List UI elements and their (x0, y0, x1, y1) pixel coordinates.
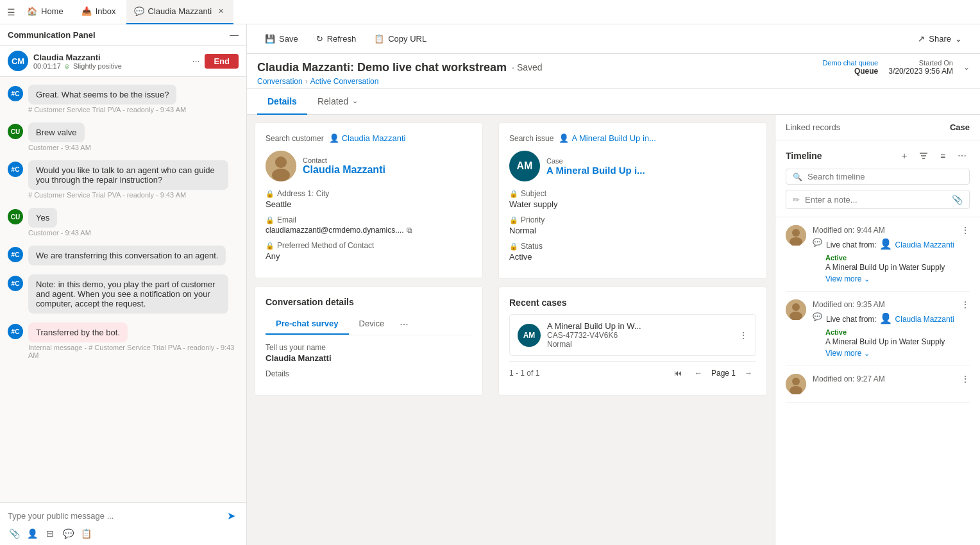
top-bar: ☰ 🏠 Home 📥 Inbox 💬 Claudia Mazzanti ✕ (0, 0, 980, 24)
tab-claudia[interactable]: 💬 Claudia Mazzanti ✕ (126, 0, 234, 24)
issue-link[interactable]: 👤 A Mineral Build Up in... (559, 133, 656, 143)
view-more-1[interactable]: View more ⌄ (825, 274, 970, 283)
svg-point-10 (792, 303, 800, 311)
message-group-7: #C Transferred by the bot. Internal mess… (0, 320, 246, 363)
lock-icon: 🔒 (266, 216, 275, 224)
chat-input[interactable] (8, 511, 218, 521)
share-icon: ↗ (918, 34, 925, 44)
message-text: Great. What seems to be the issue? (28, 85, 176, 105)
timeline-customer-link[interactable]: Claudia Mazzanti (895, 315, 954, 324)
case-item-avatar: AM (518, 324, 541, 347)
save-button[interactable]: 💾 Save (257, 29, 306, 49)
email-copy-icon[interactable]: ⧉ (407, 226, 412, 235)
share-button[interactable]: ↗ Share ⌄ (910, 29, 970, 49)
timeline-more-icon[interactable]: ⋮ (961, 299, 970, 310)
tab-details[interactable]: Details (257, 89, 307, 115)
device-tab[interactable]: Device (349, 314, 395, 335)
queue-info: Demo chat queue Queue (822, 59, 878, 76)
contact-header: Contact Claudia Mazzanti (266, 151, 472, 181)
chevron-down-icon: ⌄ (864, 275, 870, 283)
pagination: 1 - 1 of 1 ⏮ ← Page 1 → (509, 361, 756, 385)
prev-page-button[interactable]: ← (691, 365, 706, 381)
contact-name[interactable]: Claudia Mazzanti (303, 164, 385, 176)
send-button[interactable]: ➤ (223, 508, 239, 523)
timeline-search-input[interactable] (807, 172, 963, 181)
customer-avatar-chat: CU (8, 209, 23, 224)
filter-timeline-icon[interactable] (916, 148, 931, 164)
message-meta: Customer - 9:43 AM (28, 144, 239, 151)
timeline-section: Timeline + ≡ ⋯ (775, 140, 980, 217)
conv-detail-more-icon[interactable]: ··· (400, 319, 408, 330)
case-item-more-icon[interactable]: ⋮ (739, 330, 748, 340)
timeline-more-icon[interactable]: ⋮ (961, 225, 970, 235)
customer-card: Search customer 👤 Claudia Mazzanti (255, 122, 483, 278)
status-value: Active (509, 252, 756, 262)
template-icon[interactable]: 💬 (62, 527, 74, 540)
breadcrumb-active-conversation[interactable]: Active Conversation (310, 77, 379, 86)
timeline-time-2: Modified on: 9:35 AM (813, 300, 885, 309)
split-icon[interactable]: ⊟ (44, 527, 56, 540)
next-page-button[interactable]: → (741, 365, 756, 381)
name-value: Claudia Manzatti (266, 353, 472, 363)
subject-value: Water supply (509, 199, 756, 209)
lock-icon: 🔒 (509, 242, 518, 251)
recent-cases-card: Recent cases AM A Mineral Build Up in W.… (498, 287, 767, 396)
refresh-icon: ↻ (316, 34, 323, 44)
preferred-value: Any (266, 251, 472, 261)
more-options-icon[interactable]: ··· (192, 56, 200, 66)
page-label: Page 1 (711, 369, 736, 378)
more-timeline-icon[interactable]: ⋯ (954, 148, 970, 164)
customer-initials: CM (12, 56, 24, 66)
tab-related[interactable]: Related ⌄ (307, 89, 368, 115)
record-header: Claudia Mazzanti: Demo live chat workstr… (247, 54, 980, 89)
message-group-3: #C Would you like to talk to an agent wh… (0, 158, 246, 203)
expand-icon[interactable]: ⌄ (963, 63, 970, 72)
message-row: #C Great. What seems to be the issue? # … (8, 85, 239, 113)
case-name[interactable]: A Mineral Build Up i... (546, 165, 645, 176)
timeline-customer-link[interactable]: Claudia Mazzanti (895, 240, 954, 249)
tab-home[interactable]: 🏠 Home (19, 0, 71, 24)
address-field: 🔒 Address 1: City Seattle (266, 189, 472, 209)
copy-url-button[interactable]: 📋 Copy URL (366, 29, 434, 49)
timeline-item-3: Modified on: 9:27 AM ⋮ (786, 366, 970, 403)
name-label: Tell us your name (266, 343, 472, 352)
tab-bar: Details Related ⌄ (247, 89, 980, 115)
share-chevron-icon: ⌄ (955, 34, 962, 44)
breadcrumb-conversation[interactable]: Conversation (257, 77, 303, 86)
timeline-content-row: 💬 Live chat from: 👤 Claudia Mazzanti (813, 238, 970, 250)
chat-tab-icon: 💬 (134, 6, 144, 16)
record-title: Claudia Mazzanti: Demo live chat workstr… (257, 61, 507, 74)
minimize-icon[interactable]: — (230, 29, 239, 40)
timeline-item-1: Modified on: 9:44 AM ⋮ 💬 Live chat from:… (786, 217, 970, 292)
add-timeline-icon[interactable]: + (897, 148, 912, 164)
refresh-button[interactable]: ↻ Refresh (308, 29, 364, 49)
attachment-icon[interactable]: 📎 (8, 527, 21, 540)
close-tab-icon[interactable]: ✕ (215, 6, 226, 17)
sentiment-label: Slightly positive (73, 62, 122, 70)
person-icon[interactable]: 👤 (26, 527, 38, 540)
note-input[interactable] (805, 195, 947, 205)
timeline-search: 🔍 (786, 169, 970, 185)
timeline-avatar-2 (786, 299, 806, 320)
pre-chat-tab[interactable]: Pre-chat survey (266, 314, 349, 335)
attachment-icon[interactable]: 📎 (952, 194, 963, 205)
message-text: We are transferring this conversation to… (28, 246, 226, 265)
timeline-more-icon[interactable]: ⋮ (961, 374, 970, 384)
note-input-row: ✏ 📎 (786, 190, 970, 209)
case-header: AM Case A Mineral Build Up i... (509, 151, 756, 181)
linked-records-value: Case (950, 122, 970, 132)
case-details: Case A Mineral Build Up i... (546, 157, 645, 176)
message-text: Yes (28, 208, 57, 228)
end-button[interactable]: End (205, 54, 239, 69)
customer-link[interactable]: 👤 Claudia Mazzanti (329, 133, 406, 143)
list-timeline-icon[interactable]: ≡ (935, 148, 950, 164)
lock-icon: 🔒 (509, 190, 518, 198)
timeline-content-row: 💬 Live chat from: 👤 Claudia Mazzanti (813, 312, 970, 324)
message-meta: Customer - 9:43 AM (28, 229, 239, 237)
tab-inbox[interactable]: 📥 Inbox (74, 0, 124, 24)
menu-icon[interactable]: ☰ (5, 6, 17, 18)
note-icon[interactable]: 📋 (80, 527, 92, 540)
view-more-2[interactable]: View more ⌄ (825, 349, 970, 358)
first-page-button[interactable]: ⏮ (670, 365, 686, 381)
bot-avatar: #C (8, 247, 23, 262)
